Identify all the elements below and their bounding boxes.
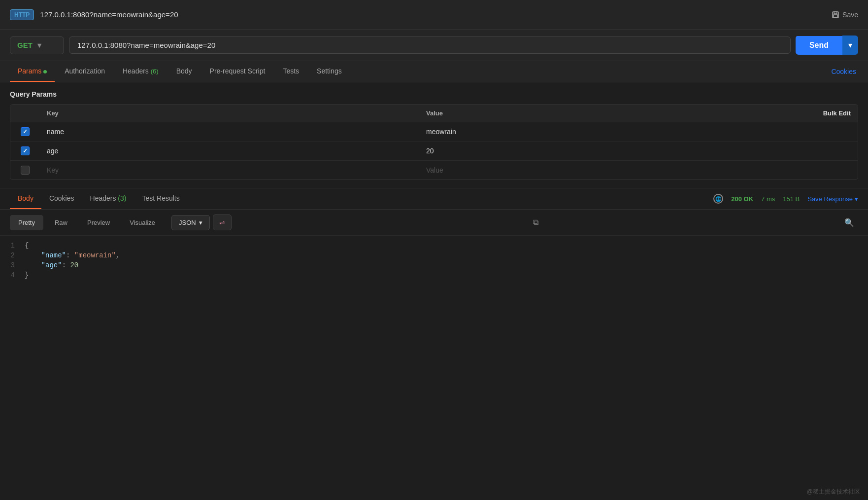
- code-line-1: 1 {: [0, 241, 868, 250]
- th-key: Key: [40, 105, 419, 122]
- code-line-4: 4 }: [0, 270, 868, 280]
- th-value: Value: [419, 105, 799, 122]
- svg-rect-1: [834, 12, 837, 14]
- row1-extra: [799, 127, 858, 137]
- url-title: 127.0.0.1:8080?name=meowrain&age=20: [40, 10, 178, 19]
- send-main-button[interactable]: Send: [796, 36, 842, 55]
- params-section: Query Params Key Value Bulk Edit name me…: [0, 82, 868, 180]
- line-num-1: 1: [0, 242, 25, 250]
- row1-checkbox[interactable]: [21, 127, 30, 136]
- row1-value[interactable]: meowrain: [419, 123, 799, 141]
- response-status: 🌐 200 OK 7 ms 151 B Save Response ▾: [713, 194, 858, 204]
- save-response-label: Save Response: [807, 195, 853, 203]
- row1-key[interactable]: name: [40, 123, 419, 141]
- format-preview-button[interactable]: Preview: [79, 215, 118, 230]
- row2-checkbox[interactable]: [21, 146, 30, 155]
- filter-icon: ⇌: [219, 218, 225, 226]
- params-dot: [43, 70, 47, 73]
- format-toolbar: Pretty Raw Preview Visualize JSON ▾ ⇌ ⧉ …: [0, 210, 868, 236]
- row2-value[interactable]: 20: [419, 142, 799, 160]
- line-num-2: 2: [0, 251, 25, 259]
- row3-key[interactable]: Key: [40, 161, 419, 179]
- response-tab-headers[interactable]: Headers (3): [82, 188, 134, 209]
- response-headers-badge: (3): [118, 194, 126, 202]
- row3-extra: [799, 165, 858, 175]
- search-icon: 🔍: [844, 218, 854, 227]
- tab-settings[interactable]: Settings: [309, 61, 350, 82]
- response-tabs: Body Cookies Headers (3) Test Results 🌐 …: [0, 188, 868, 210]
- table-row: Key Value: [10, 161, 858, 179]
- search-button[interactable]: 🔍: [840, 216, 858, 229]
- status-time: 7 ms: [761, 195, 775, 203]
- status-size: 151 B: [783, 195, 800, 203]
- line-num-4: 4: [0, 271, 25, 279]
- code-area: 1 { 2 "name": "meowrain", 3 "age": 20 4 …: [0, 236, 868, 334]
- code-line-3: 3 "age": 20: [0, 260, 868, 270]
- row2-checkbox-cell: [10, 142, 40, 160]
- chevron-down-icon: ▾: [37, 41, 41, 50]
- tab-tests[interactable]: Tests: [275, 61, 307, 82]
- table-row: name meowrain: [10, 122, 858, 142]
- top-bar-left: HTTP 127.0.0.1:8080?name=meowrain&age=20: [10, 9, 178, 20]
- response-tab-body[interactable]: Body: [10, 188, 41, 209]
- json-chevron-icon: ▾: [199, 219, 202, 226]
- send-dropdown-button[interactable]: ▾: [842, 36, 858, 55]
- svg-rect-2: [834, 15, 837, 17]
- method-label: GET: [17, 41, 33, 49]
- params-table: Key Value Bulk Edit name meowrain age 20: [10, 104, 858, 180]
- method-select[interactable]: GET ▾: [10, 36, 64, 54]
- request-tabs: Params Authorization Headers (6) Body Pr…: [0, 61, 868, 82]
- format-visualize-button[interactable]: Visualize: [121, 215, 164, 230]
- response-tab-test-results[interactable]: Test Results: [134, 188, 187, 209]
- send-button-group: Send ▾: [796, 36, 858, 55]
- watermark: @稀土掘金技术社区: [807, 488, 860, 496]
- line-num-3: 3: [0, 261, 25, 269]
- query-params-title: Query Params: [10, 90, 858, 98]
- row3-checkbox-cell: [10, 161, 40, 179]
- table-header: Key Value Bulk Edit: [10, 105, 858, 122]
- url-bar: GET ▾ Send ▾: [0, 30, 868, 61]
- th-bulk-edit[interactable]: Bulk Edit: [799, 105, 858, 122]
- http-badge: HTTP: [10, 9, 34, 20]
- response-section: Body Cookies Headers (3) Test Results 🌐 …: [0, 188, 868, 334]
- copy-button[interactable]: ⧉: [529, 216, 542, 229]
- row3-checkbox[interactable]: [21, 166, 30, 175]
- headers-badge: (6): [151, 68, 159, 75]
- copy-icon: ⧉: [533, 218, 538, 226]
- tab-cookies[interactable]: Cookies: [829, 62, 858, 81]
- globe-icon: 🌐: [713, 194, 723, 204]
- save-icon: [832, 11, 839, 19]
- tab-params[interactable]: Params: [10, 61, 55, 82]
- json-format-label: JSON: [179, 219, 196, 226]
- th-checkbox: [10, 105, 40, 122]
- row2-key[interactable]: age: [40, 142, 419, 160]
- top-bar: HTTP 127.0.0.1:8080?name=meowrain&age=20…: [0, 0, 868, 30]
- json-format-select[interactable]: JSON ▾: [171, 215, 210, 230]
- row3-value[interactable]: Value: [419, 161, 799, 179]
- save-response-chevron-icon: ▾: [855, 195, 858, 203]
- row1-checkbox-cell: [10, 122, 40, 141]
- format-raw-button[interactable]: Raw: [46, 215, 76, 230]
- save-label: Save: [842, 11, 858, 19]
- code-line-2: 2 "name": "meowrain",: [0, 250, 868, 260]
- filter-button[interactable]: ⇌: [213, 214, 232, 230]
- save-response-button[interactable]: Save Response ▾: [807, 195, 858, 203]
- status-code: 200 OK: [731, 195, 753, 203]
- tab-body[interactable]: Body: [168, 61, 200, 82]
- tab-headers[interactable]: Headers (6): [115, 61, 167, 82]
- tab-pre-request-script[interactable]: Pre-request Script: [202, 61, 273, 82]
- url-input[interactable]: [69, 36, 791, 54]
- response-tab-cookies[interactable]: Cookies: [41, 188, 82, 209]
- row2-extra: [799, 146, 858, 156]
- tab-authorization[interactable]: Authorization: [57, 61, 113, 82]
- save-button[interactable]: Save: [832, 11, 858, 19]
- table-row: age 20: [10, 142, 858, 161]
- format-pretty-button[interactable]: Pretty: [10, 215, 43, 230]
